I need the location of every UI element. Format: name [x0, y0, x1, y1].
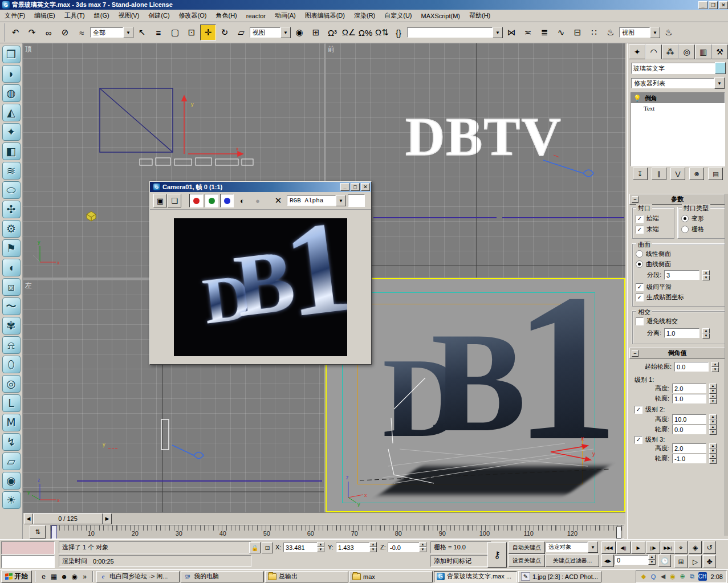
viewport-label-top[interactable]: 顶	[25, 44, 32, 54]
key-mode-toggle-icon[interactable]: ◀▶	[601, 555, 614, 567]
green-channel-icon[interactable]	[205, 194, 218, 207]
render-scene-icon[interactable]: ♨	[603, 25, 619, 40]
time-slider-right-arrow[interactable]: ▶	[103, 513, 112, 524]
level2-height-spinner[interactable]: ▲▼	[709, 414, 717, 424]
menu-item[interactable]: reactor	[242, 11, 270, 21]
tab-modify[interactable]: ◠	[645, 44, 662, 59]
channel-dropdown[interactable]: RGB Alpha ▼	[287, 195, 346, 206]
z-coordinate-field[interactable]: -0.0	[388, 543, 422, 552]
frame-marker[interactable]	[51, 525, 57, 539]
q-tray-icon[interactable]: Q	[649, 572, 658, 581]
level3-outline-field[interactable]: -1.0	[672, 454, 706, 463]
tube-object-icon[interactable]: ◎	[2, 375, 21, 393]
separation-spinner[interactable]: ▲▼	[702, 328, 710, 338]
redo-icon[interactable]: ↷	[24, 25, 40, 40]
viewport-label-left[interactable]: 左	[25, 281, 32, 291]
taskbar-task-max-folder[interactable]: max	[349, 571, 433, 582]
time-slider-left-arrow[interactable]: ◀	[24, 513, 33, 524]
select-move-icon[interactable]: ✛	[200, 25, 216, 40]
text-object-icon[interactable]: Ⅿ	[2, 414, 21, 431]
volume-tray-icon[interactable]: ◀	[659, 572, 668, 581]
level1-height-spinner[interactable]: ▲▼	[709, 384, 717, 393]
collapse-icon[interactable]: −	[632, 196, 638, 203]
background-color-swatch[interactable]	[348, 194, 365, 207]
spiral-object-icon[interactable]: ↯	[2, 433, 21, 451]
undo-icon[interactable]: ↶	[7, 25, 23, 40]
gear-object-icon[interactable]: ⚙	[2, 220, 21, 238]
spinner-snap-icon[interactable]: Ω⇅	[374, 25, 390, 40]
bevel-values-rollout-header[interactable]: − 倒角值	[629, 348, 725, 358]
globe-tray-icon[interactable]: ⊕	[678, 572, 687, 581]
menu-item[interactable]: 视图(V)	[114, 10, 144, 22]
bind-spacewarp-icon[interactable]: ≈	[74, 25, 90, 40]
percent-snap-icon[interactable]: Ω%	[357, 25, 373, 40]
tab-motion[interactable]: ◎	[678, 44, 695, 59]
save-bitmap-icon[interactable]: ▣	[153, 194, 167, 207]
remove-modifier-icon[interactable]: ⊗	[689, 168, 704, 180]
level2-outline-field[interactable]: 0.0	[672, 425, 706, 434]
antivirus-tray-icon[interactable]: ◆	[640, 572, 648, 581]
taskbar-task-forum[interactable]: e电白同乡论坛 -> 闲...	[96, 571, 180, 582]
smooth-checkbox[interactable]: ✓级间平滑	[636, 283, 672, 291]
cap-end-checkbox[interactable]: ✓末端	[636, 225, 659, 234]
mini-curve-editor-icon[interactable]: ⇅	[30, 525, 46, 539]
lightbulb-icon[interactable]: 💡	[633, 95, 641, 102]
track-bar[interactable]: ⇅ 102030405060708090100110120	[23, 524, 625, 539]
curved-sides-radio[interactable]: 曲线侧面	[636, 260, 671, 268]
segments-field[interactable]: 3	[664, 270, 699, 280]
modifier-list-dropdown[interactable]: 修改器列表 ▼	[631, 78, 725, 89]
patch-object-icon[interactable]: ◧	[2, 142, 21, 160]
chevron-down-icon[interactable]: ▼	[336, 195, 346, 206]
y-spinner[interactable]: ▲▼	[369, 542, 377, 552]
angle-snap-icon[interactable]: Ω∠	[341, 25, 357, 40]
cylinder-object-icon[interactable]: ⬯	[2, 356, 21, 373]
key-filters-button[interactable]: 关键点过滤器...	[546, 555, 599, 567]
chevron-down-icon[interactable]: ▼	[650, 27, 660, 38]
next-frame-button[interactable]: ||▶	[646, 541, 660, 554]
menu-item[interactable]: 渲染(R)	[349, 10, 380, 22]
taskbar-task-output-folder[interactable]: 总输出	[265, 571, 348, 582]
rect-region-icon[interactable]: ▢	[167, 25, 183, 40]
x-spinner[interactable]: ▲▼	[317, 542, 324, 552]
select-scale-icon[interactable]: ▱	[233, 25, 249, 40]
menu-item[interactable]: 自定义(U)	[380, 10, 416, 22]
grid-radio[interactable]: 栅格	[681, 225, 704, 234]
quicklaunch-more-icon[interactable]: »	[80, 572, 90, 581]
light-object-icon[interactable]: ☀	[2, 491, 21, 509]
chevron-down-icon[interactable]: ▼	[714, 78, 725, 89]
configure-sets-icon[interactable]: ▤	[708, 168, 723, 180]
maximize-button[interactable]: ❐	[709, 1, 718, 9]
stack-item-bevel[interactable]: 💡 倒角	[631, 93, 725, 103]
panel-scrollbar[interactable]	[725, 194, 728, 536]
select-and-link-icon[interactable]: ∞	[40, 25, 56, 40]
range-end-marker[interactable]	[616, 527, 621, 539]
level2-checkbox[interactable]: ✓级别 2:	[635, 405, 665, 414]
pan-icon[interactable]: ✥	[703, 555, 716, 568]
waves-object-icon[interactable]: 〜	[2, 297, 21, 315]
linear-sides-radio[interactable]: 线性侧面	[636, 250, 671, 258]
menu-item[interactable]: 图表编辑器(D)	[300, 10, 349, 22]
time-slider-handle[interactable]: 0 / 125	[33, 513, 103, 524]
clear-image-icon[interactable]: ✕	[271, 194, 285, 207]
zoom-icon[interactable]: ⌖	[674, 541, 688, 554]
selection-lock-icon[interactable]: 🔒	[249, 542, 261, 553]
add-time-tag[interactable]: 添加时间标记	[430, 555, 491, 567]
taskbar-task-3dsmax[interactable]: G背景玻璃英文字.max ...	[434, 571, 517, 582]
prev-frame-button[interactable]: ◀||	[616, 541, 631, 554]
blocks-object-icon[interactable]: ⧈	[2, 278, 21, 296]
lext-object-icon[interactable]: Ⅼ	[2, 394, 21, 412]
level1-height-field[interactable]: 2.0	[672, 384, 706, 393]
menu-item[interactable]: 帮助(H)	[465, 10, 495, 22]
menu-item[interactable]: 修改器(O)	[174, 10, 212, 22]
fish-object-icon[interactable]: ◖	[2, 259, 21, 276]
select-object-icon[interactable]: ↖	[134, 25, 150, 40]
chevron-down-icon[interactable]: ▼	[123, 27, 133, 38]
level2-outline-spinner[interactable]: ▲▼	[709, 425, 717, 434]
align-icon[interactable]: ≍	[520, 25, 536, 40]
tab-hierarchy[interactable]: ⁂	[662, 44, 678, 59]
menu-item[interactable]: 文件(F)	[0, 10, 30, 22]
trackbar-ruler[interactable]: 102030405060708090100110120	[50, 525, 624, 539]
avoid-intersections-checkbox[interactable]: 避免线相交	[636, 317, 678, 325]
unlink-icon[interactable]: ⊘	[57, 25, 73, 40]
x-coordinate-field[interactable]: 33.481	[283, 543, 320, 552]
